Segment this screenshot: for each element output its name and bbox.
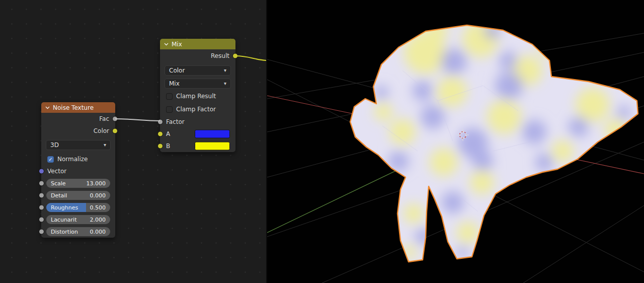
scale-row: Scale 13.000 xyxy=(41,177,115,189)
scale-input-socket[interactable] xyxy=(39,181,44,186)
slider-value: 0.500 xyxy=(90,204,106,211)
fac-output-socket[interactable] xyxy=(112,116,118,122)
shader-node-editor[interactable]: Noise Texture Fac Color 3D ▾ ✓ xyxy=(0,0,266,283)
roughness-row: Roughnes 0.500 xyxy=(41,201,115,214)
roughness-slider[interactable]: Roughnes 0.500 xyxy=(46,203,110,212)
clamp-factor-row: Clamp Factor xyxy=(160,103,235,116)
mix-node-body: Result Color ▾ Mix ▾ Clamp Result Cl xyxy=(160,49,235,152)
result-label: Result xyxy=(211,52,229,59)
normalize-checkbox[interactable]: ✓ xyxy=(47,156,54,163)
color-output-row: Color xyxy=(41,125,115,137)
noise-node-body: Fac Color 3D ▾ ✓ Normalize xyxy=(41,113,115,238)
slider-value: 0.000 xyxy=(90,192,106,199)
wire-fac-to-factor xyxy=(115,119,160,121)
scale-slider[interactable]: Scale 13.000 xyxy=(46,179,110,188)
slider-label: Lacunarit xyxy=(51,217,77,223)
lacunarity-slider[interactable]: Lacunarit 2.000 xyxy=(46,215,110,224)
chevron-down-icon: ▾ xyxy=(224,81,226,86)
slider-value: 0.000 xyxy=(90,229,106,235)
color-label: Color xyxy=(94,127,109,134)
b-color-swatch[interactable] xyxy=(195,142,230,151)
mix-data-type-dropdown[interactable]: Color ▾ xyxy=(165,65,231,76)
result-output-row: Result xyxy=(160,49,235,62)
b-input-socket[interactable] xyxy=(157,144,163,149)
normalize-label: Normalize xyxy=(57,156,88,163)
dropdown-value: 3D xyxy=(50,142,59,149)
detail-row: Detail 0.000 xyxy=(41,189,115,201)
slider-label: Roughnes xyxy=(51,204,78,211)
mesh-base xyxy=(350,25,638,262)
chevron-down-icon: ▾ xyxy=(224,68,226,73)
collapse-chevron-icon[interactable] xyxy=(164,43,169,46)
result-output-socket[interactable] xyxy=(232,53,238,59)
factor-input-row: Factor xyxy=(160,116,235,128)
clamp-result-row: Clamp Result xyxy=(160,90,235,103)
node-title: Mix xyxy=(172,41,182,48)
clamp-factor-label: Clamp Factor xyxy=(176,106,216,113)
x-axis-line xyxy=(267,96,353,114)
vector-input-socket[interactable] xyxy=(39,169,44,174)
a-label: A xyxy=(166,130,170,137)
mix-node-header[interactable]: Mix xyxy=(160,39,235,49)
vector-label: Vector xyxy=(47,168,66,175)
mesh-object[interactable] xyxy=(350,20,638,262)
distortion-input-socket[interactable] xyxy=(39,229,44,235)
collapse-chevron-icon[interactable] xyxy=(45,106,50,109)
a-input-row: A xyxy=(160,128,235,140)
vector-input-row: Vector xyxy=(41,165,115,177)
mix-blend-mode-dropdown[interactable]: Mix ▾ xyxy=(165,79,231,89)
b-label: B xyxy=(166,143,170,150)
distortion-slider[interactable]: Distortion 0.000 xyxy=(46,227,110,236)
distortion-row: Distortion 0.000 xyxy=(41,226,115,238)
fac-output-row: Fac xyxy=(41,113,115,125)
check-icon: ✓ xyxy=(48,157,52,162)
factor-input-socket[interactable] xyxy=(157,119,163,125)
dropdown-value: Color xyxy=(169,67,185,74)
slider-label: Detail xyxy=(51,192,67,199)
detail-input-socket[interactable] xyxy=(39,193,44,198)
color-output-socket[interactable] xyxy=(112,128,118,134)
slider-value: 2.000 xyxy=(90,217,106,223)
lacunarity-row: Lacunarit 2.000 xyxy=(41,214,115,226)
noise-node-header[interactable]: Noise Texture xyxy=(41,102,115,113)
a-input-socket[interactable] xyxy=(157,131,163,137)
factor-label: Factor xyxy=(166,118,185,125)
lacunarity-input-socket[interactable] xyxy=(39,217,44,223)
dropdown-value: Mix xyxy=(169,80,180,87)
viewport-canvas xyxy=(267,0,644,283)
slider-label: Distortion xyxy=(51,229,78,235)
chevron-down-icon: ▾ xyxy=(104,143,106,148)
slider-label: Scale xyxy=(51,180,66,187)
clamp-result-label: Clamp Result xyxy=(176,93,216,100)
roughness-input-socket[interactable] xyxy=(39,205,44,210)
a-color-swatch[interactable] xyxy=(195,130,230,138)
dimensions-dropdown-wrap: 3D ▾ xyxy=(41,137,115,153)
y-axis-line xyxy=(267,164,410,233)
clamp-factor-checkbox[interactable] xyxy=(166,106,173,113)
noise-texture-node[interactable]: Noise Texture Fac Color 3D ▾ ✓ xyxy=(41,102,115,238)
fac-label: Fac xyxy=(99,115,109,122)
normalize-row: ✓ Normalize xyxy=(41,153,115,165)
detail-slider[interactable]: Detail 0.000 xyxy=(46,191,110,200)
node-title: Noise Texture xyxy=(53,104,94,111)
mix-node[interactable]: Mix Result Color ▾ Mix ▾ Clamp Result xyxy=(160,39,235,152)
clamp-result-checkbox[interactable] xyxy=(166,93,173,100)
noise-dimensions-dropdown[interactable]: 3D ▾ xyxy=(46,140,111,150)
wire-result-out xyxy=(235,56,266,60)
mix-dropdowns: Color ▾ Mix ▾ xyxy=(160,62,235,90)
3d-viewport[interactable] xyxy=(267,0,644,283)
b-input-row: B xyxy=(160,140,235,152)
slider-value: 13.000 xyxy=(87,180,106,187)
